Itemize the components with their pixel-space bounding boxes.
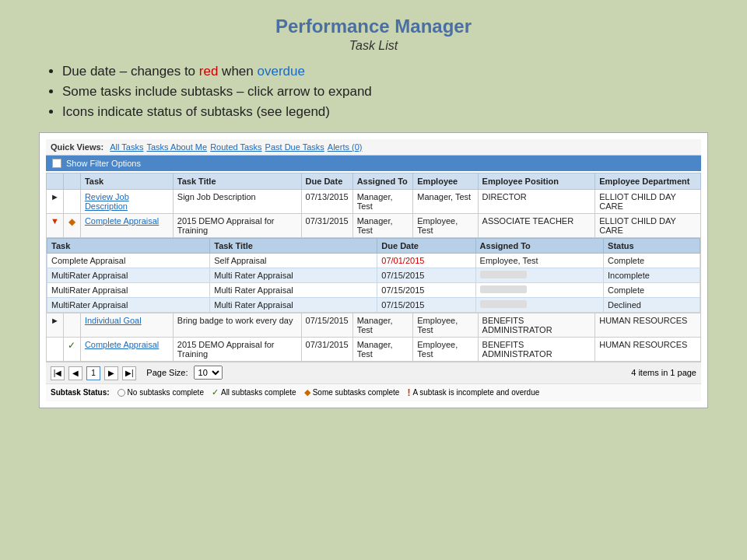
- row1-due-date: 07/13/2015: [301, 190, 352, 214]
- row2-task-link[interactable]: Complete Appraisal: [85, 216, 159, 226]
- st2-status: Incomplete: [604, 268, 700, 283]
- legend-overdue-text: A subtask is incomplete and overdue: [412, 388, 539, 397]
- filter-checkbox[interactable]: ✓: [52, 159, 61, 168]
- page-size-select[interactable]: 10 25 50: [194, 366, 223, 380]
- row2-position: ASSOCIATE TEACHER: [478, 214, 595, 238]
- st1-task: Complete Appraisal: [47, 254, 210, 268]
- legend-no-subtasks-text: No subtasks complete: [128, 388, 204, 397]
- row3-dept: HUMAN RESOURCES: [595, 313, 701, 338]
- st3-title: Multi Rater Appraisal: [210, 283, 377, 298]
- legend-label: Subtask Status:: [51, 388, 110, 397]
- pagination-bar: |◀ ◀ 1 ▶ ▶| Page Size: 10 25 50 4 items …: [46, 362, 701, 383]
- legend-overdue: ! A subtask is incomplete and overdue: [407, 387, 539, 398]
- th-department: Employee Department: [595, 173, 701, 190]
- subtask-table: Task Task Title Due Date Assigned To Sta…: [47, 238, 700, 313]
- table-row: ▼ ◆ Complete Appraisal 2015 DEMO Apprais…: [47, 214, 701, 238]
- row2-assigned: Manager, Test: [352, 214, 413, 238]
- row4-task-link[interactable]: Complete Appraisal: [85, 340, 159, 349]
- blurred-name: [480, 271, 527, 278]
- expand-arrow-icon[interactable]: ▼: [51, 216, 59, 226]
- sth-task: Task: [47, 239, 210, 254]
- st4-title: Multi Rater Appraisal: [210, 298, 377, 313]
- sth-assigned: Assigned To: [475, 239, 603, 254]
- row2-expand[interactable]: ▼: [47, 214, 64, 238]
- row1-employee: Manager, Test: [413, 190, 478, 214]
- bullet-1-text-mid: when: [218, 64, 257, 79]
- sth-title: Task Title: [210, 239, 377, 254]
- qv-tasks-about-me[interactable]: Tasks About Me: [146, 142, 207, 152]
- diamond-icon: ◆: [68, 216, 75, 227]
- bullet-1-blue: overdue: [257, 64, 304, 79]
- st3-assigned: [475, 283, 603, 298]
- st1-due: 07/01/2015: [377, 254, 475, 268]
- st1-assigned: Employee, Test: [475, 254, 603, 268]
- qv-routed-tasks[interactable]: Routed Tasks: [210, 142, 261, 152]
- subtask-header-row: Task Task Title Due Date Assigned To Sta…: [47, 239, 700, 254]
- row4-employee: Employee, Test: [413, 338, 478, 362]
- row3-assigned: Manager, Test: [352, 313, 413, 338]
- legend-some-complete-text: Some subtasks complete: [313, 388, 400, 397]
- row4-task: Complete Appraisal: [80, 338, 173, 362]
- st1-status: Complete: [604, 254, 700, 268]
- row1-assigned: Manager, Test: [352, 190, 413, 214]
- row3-icon: [63, 313, 80, 338]
- row3-due-date: 07/15/2015: [301, 313, 352, 338]
- quick-views-label: Quick Views:: [51, 142, 103, 152]
- bullet-2: Some tasks include subtasks – click arro…: [62, 84, 716, 100]
- circle-icon: [117, 389, 125, 397]
- next-page-button[interactable]: ▶: [104, 366, 118, 380]
- row3-task-link[interactable]: Individual Goal: [85, 316, 142, 325]
- row2-due-date: 07/31/2015: [301, 214, 352, 238]
- legend-diamond-icon: ◆: [304, 387, 310, 397]
- bullet-list: Due date – changes to red when overdue S…: [62, 64, 716, 120]
- row1-task-title: Sign Job Description: [173, 190, 301, 214]
- st2-task: MultiRater Appraisal: [47, 268, 210, 283]
- page-subtitle: Task List: [31, 39, 716, 53]
- row3-task-title: Bring badge to work every day: [173, 313, 301, 338]
- last-page-button[interactable]: ▶|: [122, 366, 136, 380]
- th-assigned-to: Assigned To: [352, 173, 413, 190]
- filter-label: Show Filter Options: [66, 159, 141, 168]
- st2-due: 07/15/2015: [377, 268, 475, 283]
- row3-position: BENEFITS ADMINISTRATOR: [478, 313, 595, 338]
- row2-task-title: 2015 DEMO Appraisal for Training: [173, 214, 301, 238]
- table-row: ► Review Job Description Sign Job Descri…: [47, 190, 701, 214]
- prev-page-button[interactable]: ◀: [68, 366, 82, 380]
- st4-task: MultiRater Appraisal: [47, 298, 210, 313]
- first-page-button[interactable]: |◀: [51, 366, 65, 380]
- row1-task-link[interactable]: Review Job Description: [85, 192, 129, 211]
- subtask-cell: Task Task Title Due Date Assigned To Sta…: [47, 238, 701, 313]
- screenshot-container: Quick Views: All Tasks Tasks About Me Ro…: [39, 132, 708, 408]
- pagination-controls: |◀ ◀ 1 ▶ ▶| Page Size: 10 25 50: [51, 366, 223, 380]
- st4-status: Declined: [604, 298, 700, 313]
- st1-due-date: 07/01/2015: [381, 256, 424, 265]
- qv-alerts[interactable]: Alerts (0): [328, 142, 363, 152]
- qv-past-due-tasks[interactable]: Past Due Tasks: [265, 142, 324, 152]
- row3-employee: Employee, Test: [413, 313, 478, 338]
- legend-all-complete: ✓ All subtasks complete: [212, 387, 296, 397]
- row3-task: Individual Goal: [80, 313, 173, 338]
- st1-title: Self Appraisal: [210, 254, 377, 268]
- row1-expand: ►: [47, 190, 64, 214]
- th-position: Employee Position: [478, 173, 595, 190]
- subtask-row: MultiRater Appraisal Multi Rater Apprais…: [47, 268, 700, 283]
- st2-assigned: [475, 268, 603, 283]
- row1-task: Review Job Description: [80, 190, 173, 214]
- row2-dept: ELLIOT CHILD DAY CARE: [595, 214, 701, 238]
- table-header-row: Task Task Title Due Date Assigned To Emp…: [47, 173, 701, 190]
- table-row: ► Individual Goal Bring badge to work ev…: [47, 313, 701, 338]
- row1-position: DIRECTOR: [478, 190, 595, 214]
- row4-position: BENEFITS ADMINISTRATOR: [478, 338, 595, 362]
- filter-bar[interactable]: ✓ Show Filter Options: [46, 156, 701, 171]
- page-size-label: Page Size:: [146, 368, 188, 377]
- st3-due: 07/15/2015: [377, 283, 475, 298]
- qv-all-tasks[interactable]: All Tasks: [110, 142, 143, 152]
- row4-assigned: Manager, Test: [352, 338, 413, 362]
- current-page: 1: [86, 366, 100, 380]
- row4-dept: HUMAN RESOURCES: [595, 338, 701, 362]
- th-task-title: Task Title: [173, 173, 301, 190]
- legend-bar: Subtask Status: No subtasks complete ✓ A…: [46, 383, 701, 401]
- sth-due: Due Date: [377, 239, 475, 254]
- sth-status: Status: [604, 239, 700, 254]
- main-table: Task Task Title Due Date Assigned To Emp…: [46, 173, 701, 362]
